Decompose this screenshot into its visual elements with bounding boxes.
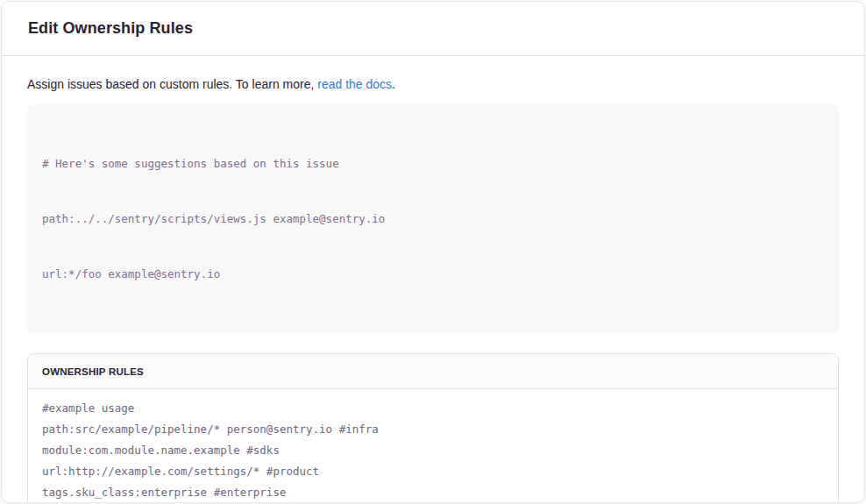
suggestions-block: # Here's some suggestions based on this … xyxy=(27,104,839,333)
read-the-docs-link[interactable]: read the docs xyxy=(317,77,392,91)
modal-body: Assign issues based on custom rules. To … xyxy=(2,56,864,503)
modal-header: Edit Ownership Rules xyxy=(2,2,864,56)
ownership-rules-panel: OWNERSHIP RULES #example usage path:src/… xyxy=(27,353,839,503)
description-period: . xyxy=(392,77,395,91)
suggestion-line: path:../../sentry/scripts/views.js examp… xyxy=(42,209,824,228)
description: Assign issues based on custom rules. To … xyxy=(27,76,839,93)
edit-ownership-rules-modal: Edit Ownership Rules Assign issues based… xyxy=(1,1,865,503)
modal-title: Edit Ownership Rules xyxy=(28,19,193,38)
description-text: Assign issues based on custom rules. To … xyxy=(27,77,317,91)
suggestion-line: # Here's some suggestions based on this … xyxy=(42,154,824,173)
ownership-rules-label: OWNERSHIP RULES xyxy=(42,366,144,377)
ownership-rules-panel-header: OWNERSHIP RULES xyxy=(28,354,838,389)
ownership-rules-textarea[interactable]: #example usage path:src/example/pipeline… xyxy=(28,389,838,503)
suggestion-line: url:*/foo example@sentry.io xyxy=(42,265,824,283)
